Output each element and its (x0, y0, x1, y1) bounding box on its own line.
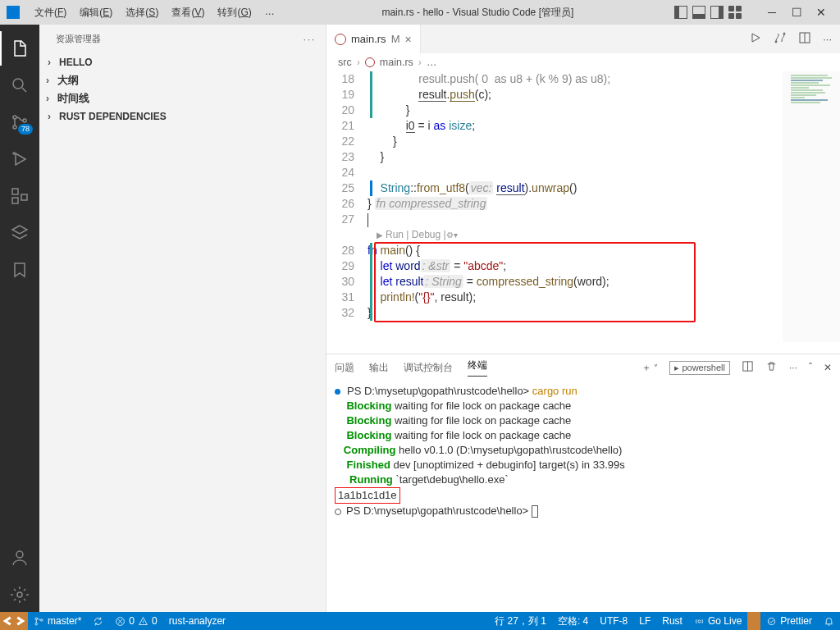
explorer-sidebar: 资源管理器··· ›HELLO ›大纲 ›时间线 ›RUST DEPENDENC… (39, 25, 326, 612)
terminal-shell-label[interactable]: ▸ powershell (669, 361, 730, 375)
tree-hello[interactable]: ›HELLO (39, 53, 326, 71)
text-cursor (368, 213, 368, 227)
window-title: main.rs - hello - Visual Studio Code [管理… (290, 6, 666, 20)
svg-point-3 (23, 119, 26, 122)
tree-rust-deps[interactable]: ›RUST DEPENDENCIES (39, 107, 326, 126)
panel-tab-problems[interactable]: 问题 (335, 361, 354, 375)
menu-select[interactable]: 选择(S) (119, 2, 165, 23)
run-icon[interactable] (749, 31, 762, 47)
menu-bar: 文件(F) 编辑(E) 选择(S) 查看(V) 转到(G) … (28, 2, 281, 23)
svg-point-4 (13, 153, 15, 154)
terminal-kill-icon[interactable] (765, 360, 778, 375)
status-branch[interactable]: master* (28, 612, 87, 630)
maximize-icon[interactable]: ☐ (784, 1, 809, 24)
editor-tabs: main.rs M × ··· (326, 25, 840, 53)
split-icon[interactable] (798, 31, 811, 47)
menu-file[interactable]: 文件(F) (28, 2, 73, 23)
tree-timeline[interactable]: ›时间线 (39, 89, 326, 107)
panel-maximize-icon[interactable]: ˆ (809, 362, 812, 373)
terminal-more-icon[interactable]: ··· (789, 362, 797, 373)
tab-close-icon[interactable]: × (404, 33, 411, 46)
terminal-new-icon[interactable]: ＋ ˅ (641, 361, 658, 375)
minimize-icon[interactable]: ─ (760, 1, 784, 24)
panel-close-icon[interactable]: ✕ (824, 362, 832, 373)
status-indent[interactable]: 空格: 4 (552, 612, 594, 630)
svg-rect-5 (12, 189, 18, 194)
svg-point-2 (13, 126, 16, 129)
activity-settings[interactable] (0, 578, 39, 612)
svg-point-20 (769, 618, 775, 624)
rust-file-icon (365, 57, 375, 67)
status-rust-analyzer[interactable]: rust-analyzer (163, 612, 231, 630)
svg-point-9 (17, 592, 22, 597)
title-bar: 文件(F) 编辑(E) 选择(S) 查看(V) 转到(G) … main.rs … (0, 0, 840, 25)
minimap[interactable] (783, 71, 840, 342)
status-remote-icon[interactable] (0, 612, 28, 630)
sidebar-title: 资源管理器 (56, 33, 101, 45)
status-extension-tanzu[interactable] (747, 612, 760, 630)
status-position[interactable]: 行 27，列 1 (489, 612, 552, 630)
breadcrumbs[interactable]: src› main.rs› … (326, 53, 840, 71)
status-sync[interactable] (87, 612, 109, 630)
activity-debug[interactable] (0, 142, 39, 176)
activity-account[interactable] (0, 541, 39, 575)
status-bar: master* 0 0 rust-analyzer 行 27，列 1 空格: 4… (0, 612, 840, 630)
svg-point-0 (13, 79, 23, 89)
status-eol[interactable]: LF (633, 612, 656, 630)
code-editor[interactable]: 181920212223242526272829303132 result.pu… (326, 71, 840, 354)
activity-search[interactable] (0, 68, 39, 103)
menu-edit[interactable]: 编辑(E) (73, 2, 119, 23)
svg-point-8 (16, 551, 23, 558)
terminal[interactable]: PS D:\mysetup\gopath\rustcode\hello> car… (326, 381, 840, 612)
svg-rect-7 (21, 194, 27, 200)
svg-point-18 (698, 619, 701, 622)
activity-remote[interactable] (0, 216, 39, 250)
panel-tab-terminal[interactable]: 终端 (468, 358, 487, 377)
panel-tab-debug-console[interactable]: 调试控制台 (404, 361, 453, 375)
status-prettier[interactable]: Prettier (760, 612, 818, 630)
svg-rect-6 (12, 198, 18, 203)
rust-file-icon (335, 34, 346, 45)
codelens-run-debug[interactable]: ▶Run | Debug | ⚙▾ (368, 227, 840, 243)
vscode-logo-icon (7, 6, 20, 19)
panel: 问题 输出 调试控制台 终端 ＋ ˅ ▸ powershell ··· ˆ ✕ … (326, 354, 840, 612)
layout-controls[interactable] (674, 6, 742, 19)
status-notifications-icon[interactable] (818, 612, 840, 630)
scm-badge: 78 (18, 124, 33, 135)
status-problems[interactable]: 0 0 (109, 612, 162, 630)
highlight-box-main (374, 242, 696, 322)
status-encoding[interactable]: UTF-8 (594, 612, 633, 630)
menu-view[interactable]: 查看(V) (165, 2, 211, 23)
highlight-box-output: 1a1b1c1d1e (335, 487, 400, 504)
compare-icon[interactable] (774, 31, 787, 47)
panel-tab-output[interactable]: 输出 (369, 361, 389, 375)
tab-main-rs[interactable]: main.rs M × (326, 25, 421, 53)
activity-bookmark[interactable] (0, 253, 39, 287)
status-golive[interactable]: Go Live (688, 612, 747, 630)
activity-bar: 78 (0, 25, 39, 612)
tree-outline[interactable]: ›大纲 (39, 71, 326, 89)
sidebar-more-icon[interactable]: ··· (304, 34, 316, 44)
status-language[interactable]: Rust (656, 612, 688, 630)
activity-explorer[interactable] (0, 31, 39, 66)
activity-extensions[interactable] (0, 179, 39, 213)
svg-point-1 (13, 116, 16, 119)
activity-scm[interactable]: 78 (0, 105, 39, 139)
menu-goto[interactable]: 转到(G) (211, 2, 258, 23)
svg-point-15 (35, 623, 37, 624)
editor-more-icon[interactable]: ··· (823, 33, 832, 45)
editor-group: main.rs M × ··· src› main.rs› … 18192021… (326, 25, 840, 612)
terminal-split-icon[interactable] (742, 360, 754, 375)
close-icon[interactable]: ✕ (809, 1, 833, 24)
svg-point-16 (41, 619, 43, 620)
menu-more[interactable]: … (258, 2, 281, 23)
line-gutter: 181920212223242526272829303132 (326, 71, 368, 354)
